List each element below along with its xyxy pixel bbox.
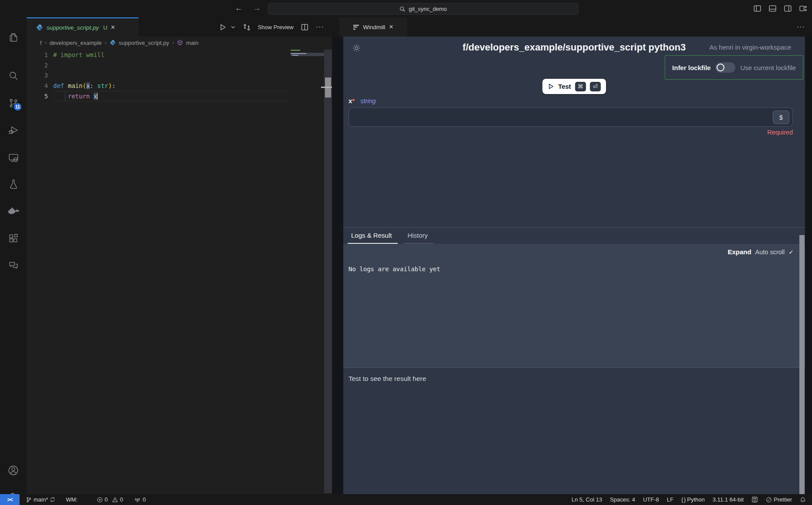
explorer-icon[interactable] <box>0 27 27 48</box>
tab-close-icon[interactable]: × <box>111 24 115 31</box>
customize-layout-icon[interactable] <box>799 5 807 12</box>
editor-scrollbar[interactable] <box>324 50 332 493</box>
comments-icon[interactable] <box>0 255 27 276</box>
run-debug-icon[interactable] <box>0 120 27 141</box>
result-placeholder: Test to see the result here <box>348 375 426 383</box>
toggle-panel-icon[interactable] <box>769 5 776 12</box>
enter-key-icon: ⏎ <box>590 82 601 91</box>
breadcrumb: f › developers_example › supportive_scri… <box>27 37 332 49</box>
git-branch-item[interactable]: main* <box>26 496 55 503</box>
variable-picker-button[interactable]: $ <box>773 111 789 124</box>
use-current-lockfile-label: Use current lockfile <box>740 64 796 71</box>
windmill-webview: f/developers_example/supportive_script p… <box>332 37 812 494</box>
slash-circle-icon <box>766 497 772 503</box>
encoding-item[interactable]: UTF-8 <box>643 496 659 503</box>
windmill-panel: f/developers_example/supportive_script p… <box>343 37 805 494</box>
extension-grid-icon[interactable] <box>751 496 758 503</box>
infer-lockfile-label: Infer lockfile <box>672 64 710 71</box>
code-editor[interactable]: 1# import wmill234def main(x: str):5 ret… <box>27 49 332 494</box>
logs-empty-message: No logs are available yet <box>348 266 440 273</box>
x-string-input[interactable]: $ <box>348 108 793 127</box>
toggle-primary-sidebar-icon[interactable] <box>754 5 761 12</box>
extensions-icon[interactable] <box>0 228 27 249</box>
status-bar: >< main* WM: 0 0 0 Ln 5, Col 13 Spaces: … <box>0 494 812 505</box>
logs-area: Expand Auto scroll ✓ No logs are availab… <box>343 244 805 367</box>
checkmark-icon: ✓ <box>788 249 794 256</box>
breadcrumb-folder[interactable]: developers_example <box>50 40 102 46</box>
show-preview-button[interactable]: Show Preview <box>258 24 294 30</box>
python-file-icon <box>36 24 43 31</box>
run-dropdown-chevron-icon[interactable] <box>230 24 236 30</box>
activity-bar: 11 <box>0 17 27 494</box>
overview-ruler-cursor-mark <box>321 87 332 88</box>
radio-tower-icon <box>134 497 141 503</box>
more-actions-icon[interactable]: ··· <box>797 17 805 37</box>
source-control-icon[interactable]: 11 <box>0 93 27 114</box>
source-control-badge: 11 <box>14 103 21 111</box>
lockfile-toggle-group: Infer lockfile Use current lockfile <box>665 55 803 80</box>
webview-scrollbar-thumb[interactable] <box>799 235 805 494</box>
tab-windmill[interactable]: Windmill × <box>339 17 407 37</box>
command-center-search[interactable]: git_sync_demo <box>268 3 579 15</box>
back-icon[interactable]: ← <box>233 4 244 13</box>
minimap-line <box>291 53 306 54</box>
field-label: x*string <box>348 97 376 104</box>
cursor-position-item[interactable]: Ln 5, Col 13 <box>572 496 602 503</box>
tab-git-status: U <box>103 24 107 31</box>
required-message: Required <box>767 129 793 136</box>
error-icon <box>97 497 103 503</box>
tab-supportive-script[interactable]: supportive_script.py U × <box>27 17 139 37</box>
tab-bar: supportive_script.py U × Show Preview ··… <box>27 17 332 37</box>
minimap-line <box>292 55 298 56</box>
sync-icon <box>50 497 55 502</box>
more-actions-icon[interactable]: ··· <box>316 23 324 31</box>
warning-icon <box>112 497 118 503</box>
result-area: Test to see the result here <box>343 367 805 494</box>
tab-close-icon[interactable]: × <box>389 24 393 30</box>
python-interpreter-item[interactable]: 3.11.1 64-bit <box>713 496 744 503</box>
symbol-method-icon <box>177 40 183 46</box>
braces-icon: { } <box>681 496 685 503</box>
prettier-item[interactable]: Prettier <box>766 496 792 503</box>
remote-indicator[interactable]: >< <box>0 494 20 505</box>
tab-history[interactable]: History <box>404 232 434 244</box>
breadcrumb-root[interactable]: f <box>40 40 42 46</box>
editor-group-2: Windmill × ··· f/developers_example/supp… <box>332 17 812 494</box>
lockfile-toggle[interactable] <box>715 62 735 73</box>
language-mode-item[interactable]: { } Python <box>681 496 705 503</box>
indentation-item[interactable]: Spaces: 4 <box>610 496 635 503</box>
run-as-label: As henri in virgin-workspace <box>709 44 791 51</box>
result-tabs: Logs & Result History <box>343 227 805 244</box>
expand-button[interactable]: Expand <box>727 248 751 256</box>
ports-item[interactable]: 0 <box>134 496 145 503</box>
run-file-icon[interactable] <box>219 24 227 31</box>
breadcrumb-symbol[interactable]: main <box>186 40 198 46</box>
windmill-status-item[interactable]: WM: <box>66 496 78 503</box>
compare-changes-icon[interactable] <box>243 24 250 31</box>
eol-item[interactable]: LF <box>667 496 673 503</box>
minimap-line <box>291 50 300 51</box>
toggle-secondary-sidebar-icon[interactable] <box>784 5 792 12</box>
tab-bar: Windmill × ··· <box>332 17 812 37</box>
forward-icon[interactable]: → <box>252 4 262 13</box>
test-button[interactable]: Test ⌘ ⏎ <box>542 79 606 94</box>
split-editor-icon[interactable] <box>301 24 308 31</box>
search-value: git_sync_demo <box>409 6 447 12</box>
cmd-key-icon: ⌘ <box>575 82 586 91</box>
editor-group-1: supportive_script.py U × Show Preview ··… <box>27 17 332 494</box>
problems-item[interactable]: 0 0 <box>97 496 123 503</box>
tab-filename: supportive_script.py <box>47 24 99 31</box>
play-icon <box>548 83 554 90</box>
testing-icon[interactable] <box>0 174 27 195</box>
docker-icon[interactable] <box>0 201 27 222</box>
breadcrumb-file[interactable]: supportive_script.py <box>119 40 169 46</box>
code-lines: 1# import wmill234def main(x: str):5 ret… <box>27 50 115 101</box>
search-sidebar-icon[interactable] <box>0 65 27 86</box>
title-bar: ← → git_sync_demo <box>0 0 812 17</box>
accounts-icon[interactable] <box>0 460 27 481</box>
tab-logs-result[interactable]: Logs & Result <box>348 232 398 244</box>
autoscroll-label[interactable]: Auto scroll <box>755 249 785 256</box>
notifications-bell-icon[interactable] <box>800 497 806 503</box>
remote-explorer-icon[interactable] <box>0 147 27 168</box>
tab-label: Windmill <box>363 24 385 30</box>
